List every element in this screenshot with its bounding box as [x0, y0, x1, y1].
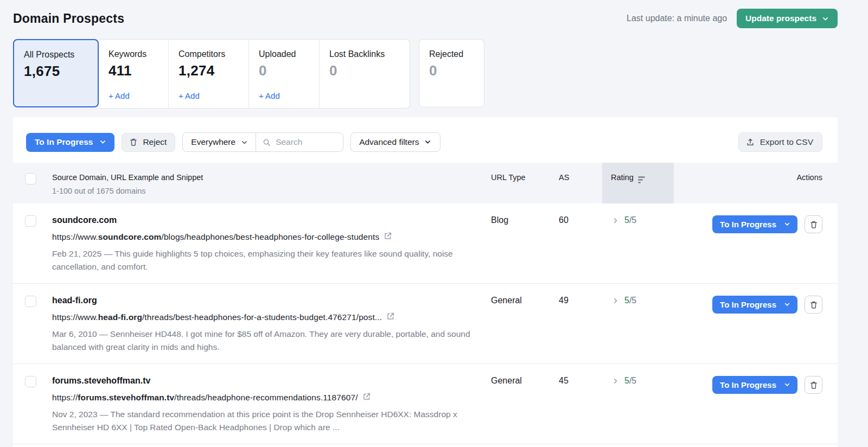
row-checkbox[interactable]	[25, 376, 36, 387]
row-action-label: To In Progress	[720, 380, 776, 389]
rating-cell: 5/5	[602, 376, 674, 434]
tab-keywords[interactable]: Keywords 411 + Add	[99, 40, 168, 108]
source-header-label: Source Domain, URL Example and Snippet	[52, 173, 491, 182]
row-to-in-progress-button[interactable]: To In Progress	[712, 215, 797, 233]
advanced-filters-button[interactable]: Advanced filters	[350, 132, 441, 152]
actions-cell: To In Progress	[674, 215, 838, 273]
search-box	[256, 133, 343, 151]
row-delete-button[interactable]	[805, 296, 822, 314]
tab-lost-backlinks[interactable]: Lost Backlinks 0	[319, 40, 410, 108]
top-bar: Domain Prospects Last update: a minute a…	[13, 0, 838, 28]
external-link-icon[interactable]	[362, 392, 371, 403]
row-action-label: To In Progress	[720, 220, 776, 229]
row-delete-button[interactable]	[805, 215, 822, 233]
table-row: soundcore.com https://www.soundcore.com/…	[13, 203, 838, 284]
chevron-down-icon	[99, 138, 106, 145]
url-text[interactable]: https://www.soundcore.com/blogs/headphon…	[52, 232, 379, 242]
tab-group: Keywords 411 + Add Competitors 1,274 + A…	[99, 39, 410, 108]
scope-dropdown[interactable]: Everywhere	[183, 133, 256, 151]
add-keywords-link[interactable]: + Add	[108, 91, 159, 100]
row-delete-button[interactable]	[805, 376, 822, 394]
table-row: forums.stevehoffman.tv https://forums.st…	[13, 364, 838, 444]
chevron-right-icon[interactable]	[612, 297, 619, 306]
table-row: head-fi.org https://www.head-fi.org/thre…	[13, 284, 838, 364]
tab-label: Competitors	[178, 49, 240, 59]
snippet-text: Mar 6, 2010 — Sennheiser HD448. I got mi…	[52, 328, 481, 354]
tab-competitors[interactable]: Competitors 1,274 + Add	[168, 40, 248, 108]
trash-icon	[809, 381, 818, 389]
domain-name: soundcore.com	[52, 215, 491, 225]
bulk-action-label: To In Progress	[35, 137, 93, 147]
source-cell: head-fi.org https://www.head-fi.org/thre…	[52, 296, 491, 354]
domain-name: head-fi.org	[52, 296, 491, 305]
toolbar-left: To In Progress Reject Everywhere	[26, 132, 441, 152]
trash-icon	[809, 220, 818, 229]
url-line: https://www.head-fi.org/threads/best-hea…	[52, 312, 491, 323]
row-checkbox[interactable]	[25, 215, 36, 227]
tab-label: Lost Backlinks	[329, 49, 401, 59]
chevron-down-icon	[784, 221, 790, 227]
search-combo: Everywhere	[182, 132, 343, 152]
as-cell: 60	[559, 215, 602, 273]
as-column-header[interactable]: AS	[559, 163, 602, 203]
row-checkbox-cell	[13, 296, 52, 354]
advanced-filters-label: Advanced filters	[359, 137, 419, 147]
reject-label: Reject	[143, 137, 167, 147]
actions-cell: To In Progress	[674, 296, 838, 354]
page-title: Domain Prospects	[13, 11, 124, 26]
prospects-panel: To In Progress Reject Everywhere	[13, 117, 838, 447]
external-link-icon[interactable]	[386, 312, 395, 323]
row-to-in-progress-button[interactable]: To In Progress	[712, 296, 797, 314]
update-prospects-button[interactable]: Update prospects	[737, 9, 838, 28]
url-type-cell: Blog	[491, 215, 559, 273]
rating-value: 5/5	[624, 376, 636, 386]
tab-count: 0	[329, 62, 401, 79]
row-action-label: To In Progress	[720, 300, 776, 309]
url-type-column-header[interactable]: URL Type	[491, 163, 559, 203]
external-link-icon[interactable]	[384, 232, 392, 242]
actions-cell: To In Progress	[674, 376, 838, 434]
add-uploaded-link[interactable]: + Add	[259, 91, 310, 100]
source-cell: soundcore.com https://www.soundcore.com/…	[52, 215, 491, 273]
search-input[interactable]	[276, 137, 335, 147]
row-to-in-progress-button[interactable]: To In Progress	[712, 376, 797, 394]
rating-value: 5/5	[624, 296, 636, 305]
export-to-csv-button[interactable]: Export to CSV	[738, 132, 822, 152]
rating-cell: 5/5	[602, 215, 674, 273]
update-prospects-label: Update prospects	[745, 14, 816, 23]
chevron-right-icon[interactable]	[612, 377, 619, 387]
url-text[interactable]: https://www.head-fi.org/threads/best-hea…	[52, 312, 382, 322]
last-update-text: Last update: a minute ago	[627, 14, 727, 23]
tab-label: Rejected	[429, 49, 475, 59]
search-icon	[263, 138, 271, 146]
row-checkbox-cell	[13, 376, 52, 434]
page: Domain Prospects Last update: a minute a…	[0, 0, 868, 447]
bulk-to-in-progress-button[interactable]: To In Progress	[26, 133, 114, 152]
tab-label: Uploaded	[259, 49, 310, 59]
row-checkbox[interactable]	[25, 296, 36, 307]
table-header: Source Domain, URL Example and Snippet 1…	[13, 163, 838, 203]
rating-column-header[interactable]: Rating	[602, 163, 674, 203]
chevron-down-icon	[424, 138, 431, 145]
chevron-right-icon[interactable]	[612, 216, 619, 226]
chevron-down-icon	[784, 381, 790, 388]
tab-uploaded[interactable]: Uploaded 0 + Add	[248, 40, 319, 108]
export-icon	[746, 138, 755, 146]
domain-name: forums.stevehoffman.tv	[52, 376, 491, 386]
results-range: 1-100 out of 1675 domains	[52, 187, 491, 195]
url-type-cell: General	[491, 376, 559, 434]
url-type-cell: General	[491, 296, 559, 354]
sort-descending-icon	[638, 176, 645, 183]
add-competitors-link[interactable]: + Add	[178, 91, 240, 100]
source-cell: forums.stevehoffman.tv https://forums.st…	[52, 376, 491, 434]
tab-rejected[interactable]: Rejected 0	[419, 39, 484, 107]
reject-button[interactable]: Reject	[122, 133, 175, 152]
scope-label: Everywhere	[191, 137, 235, 147]
chevron-down-icon	[822, 15, 829, 22]
actions-column-header: Actions	[674, 163, 838, 203]
tab-all-prospects[interactable]: All Prospects 1,675	[13, 39, 99, 107]
prospect-tabs: All Prospects 1,675 Keywords 411 + Add C…	[13, 39, 868, 108]
row-checkbox-cell	[13, 215, 52, 273]
select-all-checkbox[interactable]	[25, 173, 36, 184]
url-text[interactable]: https://forums.stevehoffman.tv/threads/h…	[52, 393, 358, 403]
